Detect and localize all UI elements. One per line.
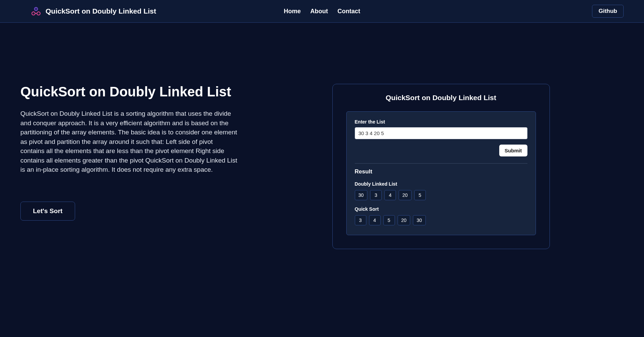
result-heading: Result (355, 168, 527, 175)
svg-point-1 (35, 8, 37, 10)
hero-section: QuickSort on Doubly Linked List QuickSor… (20, 84, 238, 221)
divider (355, 163, 527, 164)
list-node: 3 (370, 190, 382, 200)
dll-label: Doubly Linked List (355, 181, 527, 187)
list-input[interactable] (355, 127, 527, 139)
list-node: 20 (398, 215, 411, 225)
demo-panel: QuickSort on Doubly Linked List Enter th… (332, 84, 550, 249)
lets-sort-button[interactable]: Let's Sort (20, 202, 75, 221)
panel-title: QuickSort on Doubly Linked List (346, 94, 536, 102)
list-node: 30 (355, 190, 368, 200)
list-node: 5 (383, 215, 395, 225)
dll-node-row: 3034205 (355, 190, 527, 200)
list-node: 3 (355, 215, 366, 225)
list-node: 20 (399, 190, 412, 200)
submit-row: Submit (355, 145, 527, 156)
input-label: Enter the List (355, 119, 527, 125)
nav-home[interactable]: Home (284, 8, 301, 15)
list-node: 4 (384, 190, 396, 200)
sorted-node-row: 3452030 (355, 215, 527, 225)
navbar: QuickSort on Doubly Linked List Home Abo… (0, 0, 644, 23)
list-node: 30 (413, 215, 426, 225)
list-node: 5 (414, 190, 426, 200)
github-button[interactable]: Github (592, 5, 624, 18)
demo-section: QuickSort on Doubly Linked List Enter th… (258, 84, 624, 249)
main-content: QuickSort on Doubly Linked List QuickSor… (0, 23, 644, 269)
hero-description: QuickSort on Doubly Linked List is a sor… (20, 109, 238, 174)
nav-about[interactable]: About (310, 8, 328, 15)
brand: QuickSort on Doubly Linked List (31, 7, 156, 16)
demo-card: Enter the List Submit Result Doubly Link… (346, 111, 536, 235)
brand-title: QuickSort on Doubly Linked List (46, 7, 156, 15)
submit-button[interactable]: Submit (499, 145, 527, 156)
chain-link-logo-icon (31, 7, 41, 16)
nav-contact[interactable]: Contact (337, 8, 360, 15)
list-node: 4 (369, 215, 381, 225)
hero-title: QuickSort on Doubly Linked List (20, 84, 238, 99)
primary-nav: Home About Contact (284, 8, 360, 15)
sorted-label: Quick Sort (355, 206, 527, 212)
